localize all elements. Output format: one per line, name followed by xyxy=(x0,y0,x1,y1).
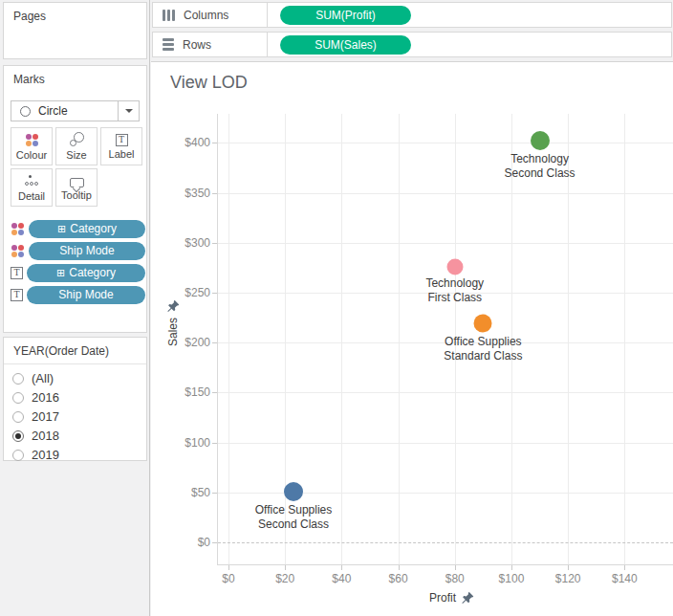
mark-label-category: Technology xyxy=(425,276,484,291)
x-axis-tick xyxy=(228,565,229,570)
axis-pin-icon[interactable] xyxy=(461,591,474,605)
gridline-vertical xyxy=(399,114,400,564)
marks-pill-row: Ship Mode xyxy=(11,285,145,304)
y-axis-tick xyxy=(212,293,217,294)
mark-label: TechnologySecond Class xyxy=(505,152,575,181)
detail-dots-icon xyxy=(24,174,39,188)
x-axis-tick xyxy=(285,565,286,570)
pill-sum-profit[interactable]: SUM(Profit) xyxy=(280,6,411,25)
filter-option-label: 2016 xyxy=(32,390,59,405)
filter-option-label: (All) xyxy=(32,371,54,385)
y-axis-tick xyxy=(212,143,217,143)
pill-category[interactable]: ⊞Category xyxy=(27,264,145,282)
mark-circle-office-supplies-standard-class[interactable] xyxy=(474,315,492,333)
axis-pin-icon[interactable] xyxy=(166,299,180,313)
gridline-vertical xyxy=(568,114,569,564)
marks-buttons: ColourSizeLabelDetailTooltip xyxy=(11,127,145,207)
mark-label-category: Technology xyxy=(505,152,575,166)
expand-box-icon[interactable]: ⊞ xyxy=(57,224,66,233)
pill-ship-mode[interactable]: Ship Mode xyxy=(29,242,145,260)
detail-button[interactable]: Detail xyxy=(11,168,53,207)
y-axis-label: Sales xyxy=(166,318,180,346)
mark-label: Office SuppliesStandard Class xyxy=(444,335,522,363)
marks-card-title: Marks xyxy=(4,66,146,86)
gridline-horizontal xyxy=(218,193,673,194)
mark-circle-technology-first-class[interactable] xyxy=(446,258,463,275)
rows-shelf-label: Rows xyxy=(153,33,268,56)
gridline-horizontal xyxy=(218,143,673,143)
columns-label-text: Columns xyxy=(184,9,228,22)
colour-button-label: Colour xyxy=(16,149,47,161)
y-tick-label: $250 xyxy=(163,286,210,299)
sheet-title: View LOD xyxy=(170,73,248,93)
y-tick-label: $100 xyxy=(163,436,210,450)
mark-circle-office-supplies-second-class[interactable] xyxy=(284,482,303,501)
x-tick-label: $40 xyxy=(332,572,351,585)
pages-shelf[interactable]: Pages xyxy=(3,2,147,59)
mark-label-category: Office Supplies xyxy=(444,335,522,349)
mark-label-category: Office Supplies xyxy=(255,503,333,517)
x-tick-label: $20 xyxy=(275,572,294,585)
y-axis-tick xyxy=(212,243,217,244)
label-button[interactable]: Label xyxy=(100,127,142,165)
zero-line xyxy=(218,542,673,543)
radio-button[interactable] xyxy=(12,373,24,385)
radio-button[interactable] xyxy=(12,430,24,442)
filter-option--all-[interactable]: (All) xyxy=(12,371,138,385)
detail-button-label: Detail xyxy=(18,190,45,202)
rows-icon xyxy=(163,38,174,51)
dropdown-arrow-button[interactable] xyxy=(118,101,139,121)
marks-pills: ⊞CategoryShip Mode⊞CategoryShip Mode xyxy=(11,219,145,304)
pill-category[interactable]: ⊞Category xyxy=(29,220,145,238)
circle-mark-icon xyxy=(20,106,31,117)
rows-shelf[interactable]: Rows SUM(Sales) xyxy=(152,32,672,57)
colour-dots-icon xyxy=(11,222,25,236)
label-t-icon xyxy=(116,134,128,146)
x-tick-label: $0 xyxy=(222,572,234,585)
filter-options: (All)2016201720182019 xyxy=(4,363,146,462)
columns-icon xyxy=(163,10,175,21)
filter-card-title: YEAR(Order Date) xyxy=(4,338,146,358)
colour-dots-icon xyxy=(25,133,39,147)
size-circles-icon xyxy=(69,132,84,147)
mark-label-ship-mode: Standard Class xyxy=(444,349,522,363)
mark-type-dropdown[interactable]: Circle xyxy=(11,100,140,121)
filter-option-2017[interactable]: 2017 xyxy=(12,409,138,424)
filter-option-label: 2018 xyxy=(32,429,59,443)
expand-box-icon[interactable]: ⊞ xyxy=(56,268,65,277)
gridline-vertical xyxy=(624,114,625,564)
tooltip-button[interactable]: Tooltip xyxy=(55,168,98,207)
marks-pill-row: Ship Mode xyxy=(11,241,145,260)
gridline-vertical xyxy=(341,114,342,564)
mark-label: TechnologyFirst Class xyxy=(425,276,484,305)
radio-button[interactable] xyxy=(12,450,24,461)
scatter-plot-area: $0$20$40$60$80$100$120$140$0$50$100$150$… xyxy=(217,114,673,565)
pill-label: Ship Mode xyxy=(59,244,114,257)
tooltip-bubble-icon xyxy=(70,178,84,187)
radio-button[interactable] xyxy=(12,411,24,423)
radio-button[interactable] xyxy=(12,392,24,404)
colour-button[interactable]: Colour xyxy=(11,127,53,165)
x-tick-label: $120 xyxy=(555,572,581,585)
y-axis-tick xyxy=(212,443,217,444)
columns-shelf[interactable]: Columns SUM(Profit) xyxy=(152,2,672,28)
filter-option-2019[interactable]: 2019 xyxy=(12,448,138,462)
filter-option-2018[interactable]: 2018 xyxy=(12,429,138,443)
pill-sum-sales[interactable]: SUM(Sales) xyxy=(280,35,411,55)
pill-label: Category xyxy=(69,266,116,279)
x-axis-tick xyxy=(568,565,569,570)
x-tick-label: $60 xyxy=(389,572,408,585)
size-button[interactable]: Size xyxy=(55,127,98,165)
y-tick-label: $150 xyxy=(163,385,210,399)
x-axis-tick xyxy=(455,565,456,570)
mark-circle-technology-second-class[interactable] xyxy=(531,131,550,150)
mark-type-value: Circle xyxy=(38,104,118,118)
x-axis-tick xyxy=(511,565,512,570)
marks-pill-row: ⊞Category xyxy=(11,219,145,238)
filter-option-2016[interactable]: 2016 xyxy=(12,390,138,405)
filter-card: YEAR(Order Date) (All)2016201720182019 xyxy=(3,337,147,461)
x-tick-label: $140 xyxy=(612,572,638,585)
pill-ship-mode[interactable]: Ship Mode xyxy=(27,286,145,304)
gridline-vertical xyxy=(228,114,229,564)
size-button-label: Size xyxy=(66,149,86,161)
